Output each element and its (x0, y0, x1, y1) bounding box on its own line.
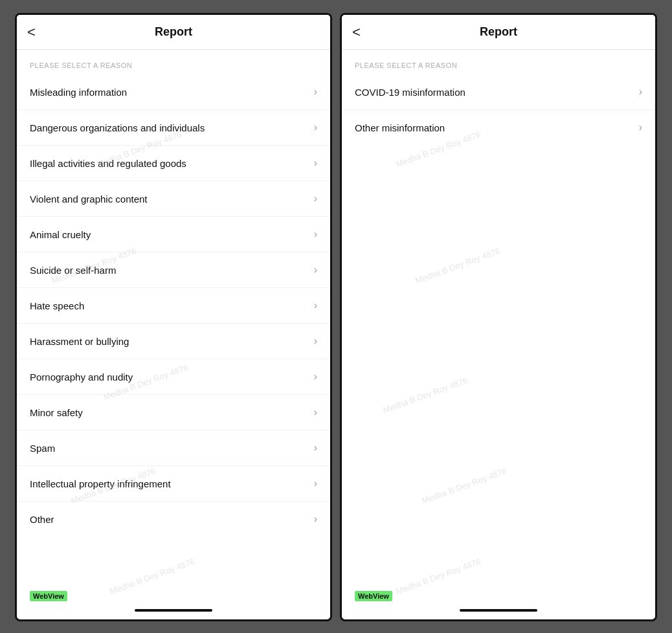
chevron-right-icon: › (314, 335, 317, 347)
list-item[interactable]: Dangerous organizations and individuals … (17, 110, 330, 146)
left-header: < Report (17, 15, 330, 50)
chevron-right-icon: › (639, 122, 642, 133)
right-section-label: PLEASE SELECT A REASON (342, 50, 655, 74)
chevron-right-icon: › (314, 86, 317, 98)
chevron-right-icon: › (314, 513, 317, 525)
list-item-label: Suicide or self-harm (30, 265, 116, 276)
home-indicator (460, 609, 537, 612)
chevron-right-icon: › (314, 442, 317, 454)
list-item-label: Minor safety (30, 407, 83, 418)
list-item-label: Misleading information (30, 87, 127, 98)
list-item-label: COVID-19 misinformation (355, 87, 465, 98)
chevron-right-icon: › (314, 228, 317, 240)
list-item-label: Animal cruelty (30, 229, 91, 240)
left-webview-badge: WebView (30, 591, 67, 601)
left-section-label: PLEASE SELECT A REASON (17, 50, 330, 74)
left-back-button[interactable]: < (27, 24, 36, 41)
right-header-title: Report (480, 25, 517, 39)
chevron-right-icon: › (314, 371, 317, 383)
chevron-right-icon: › (314, 264, 317, 276)
right-webview-badge: WebView (355, 591, 392, 601)
list-item-label: Other (30, 514, 54, 525)
list-item[interactable]: Other misinformation › (342, 110, 655, 145)
list-item[interactable]: Pornography and nudity › (17, 359, 330, 395)
chevron-right-icon: › (314, 157, 317, 169)
right-header: < Report (342, 15, 655, 50)
chevron-right-icon: › (314, 193, 317, 205)
list-item[interactable]: Violent and graphic content › (17, 181, 330, 217)
list-item[interactable]: Harassment or bullying › (17, 324, 330, 359)
list-item-label: Spam (30, 443, 55, 454)
left-phone-frame: Medha B Dey Roy 4876 Medha B Dey Roy 487… (15, 13, 332, 621)
list-item-label: Illegal activities and regulated goods (30, 158, 186, 169)
list-item-label: Dangerous organizations and individuals (30, 122, 205, 133)
list-item[interactable]: Suicide or self-harm › (17, 252, 330, 288)
right-back-button[interactable]: < (352, 24, 361, 41)
chevron-right-icon: › (314, 478, 317, 489)
left-header-title: Report (155, 25, 192, 39)
right-menu-list: COVID-19 misinformation › Other misinfor… (342, 74, 655, 604)
screenshot-wrapper: Medha B Dey Roy 4876 Medha B Dey Roy 487… (2, 0, 670, 633)
chevron-right-icon: › (314, 406, 317, 418)
list-item[interactable]: Minor safety › (17, 395, 330, 430)
list-item-label: Hate speech (30, 300, 84, 311)
right-bottom-bar (342, 604, 655, 619)
list-item-label: Harassment or bullying (30, 336, 129, 347)
list-item-label: Intellectual property infringement (30, 478, 171, 489)
list-item-label: Pornography and nudity (30, 372, 133, 383)
left-bottom-bar (17, 604, 330, 619)
list-item[interactable]: Spam › (17, 430, 330, 466)
chevron-right-icon: › (639, 86, 642, 98)
chevron-right-icon: › (314, 300, 317, 311)
list-item[interactable]: COVID-19 misinformation › (342, 74, 655, 110)
list-item[interactable]: Intellectual property infringement › (17, 466, 330, 502)
home-indicator (135, 609, 212, 612)
list-item[interactable]: Hate speech › (17, 288, 330, 324)
list-item[interactable]: Illegal activities and regulated goods › (17, 146, 330, 181)
chevron-right-icon: › (314, 122, 317, 133)
list-item[interactable]: Animal cruelty › (17, 217, 330, 252)
right-phone-frame: Medha B Dey Roy 4876 Medha B Dey Roy 487… (340, 13, 657, 621)
list-item-label: Other misinformation (355, 122, 445, 133)
left-menu-list: Misleading information › Dangerous organ… (17, 74, 330, 604)
list-item[interactable]: Misleading information › (17, 74, 330, 110)
list-item[interactable]: Other › (17, 502, 330, 537)
list-item-label: Violent and graphic content (30, 194, 148, 205)
